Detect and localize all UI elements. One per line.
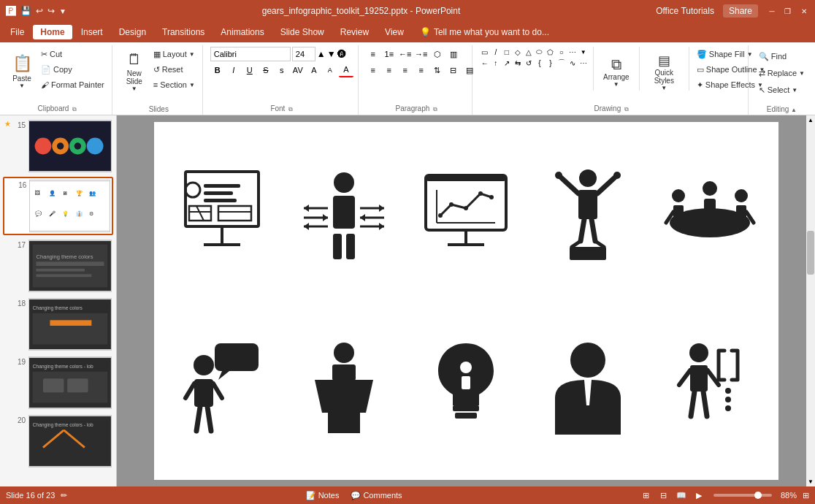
shape-pentagon-icon[interactable]: ⬠ bbox=[546, 47, 556, 57]
slide-sorter-button[interactable]: ⊟ bbox=[658, 489, 670, 501]
smart-art-button[interactable]: ⬡ bbox=[430, 47, 445, 61]
menu-insert[interactable]: Insert bbox=[74, 25, 110, 39]
italic-button[interactable]: I bbox=[226, 63, 241, 77]
select-button[interactable]: ↖ Select ▼ bbox=[756, 82, 801, 98]
fit-button[interactable]: ⊞ bbox=[803, 491, 809, 500]
shape-arr3-icon[interactable]: ↗ bbox=[502, 58, 512, 68]
shape-slash-icon[interactable]: / bbox=[491, 47, 501, 57]
notes-button[interactable]: 📝 Notes bbox=[303, 490, 343, 501]
menu-view[interactable]: View bbox=[378, 25, 411, 39]
shape-custom1-icon[interactable]: ⌒ bbox=[556, 58, 567, 68]
shape-circle-icon[interactable]: ○ bbox=[556, 47, 567, 57]
align-left-button[interactable]: ≡ bbox=[366, 63, 380, 77]
shape-more-icon[interactable]: ⋯ bbox=[567, 47, 578, 57]
arrange-dropdown[interactable]: ▼ bbox=[613, 81, 619, 88]
shape-rect-icon[interactable]: ▭ bbox=[480, 47, 490, 57]
reading-view-button[interactable]: 📖 bbox=[676, 489, 687, 501]
shape-triangle-icon[interactable]: △ bbox=[524, 47, 534, 57]
menu-transitions[interactable]: Transitions bbox=[155, 25, 212, 39]
vertical-scrollbar[interactable]: ▲ ▼ bbox=[806, 115, 815, 486]
business-person-icon[interactable] bbox=[535, 308, 642, 465]
close-button[interactable]: ✕ bbox=[799, 6, 809, 16]
shape-arr1-icon[interactable]: ← bbox=[480, 58, 490, 68]
quick-styles-dropdown[interactable]: ▼ bbox=[661, 85, 667, 91]
scroll-up-button[interactable]: ▲ bbox=[806, 115, 815, 125]
new-slide-button[interactable]: 🗒 New Slide ▼ bbox=[120, 47, 149, 96]
font-expand-icon[interactable]: ⧉ bbox=[288, 106, 293, 112]
bold-button[interactable]: B bbox=[210, 63, 225, 77]
slide-thumb-19[interactable]: 19 Changing theme colors - lob bbox=[3, 355, 113, 411]
quick-redo-icon[interactable]: ↪ bbox=[47, 6, 55, 16]
person-arrows-icon[interactable] bbox=[291, 137, 398, 294]
slide-thumb-20[interactable]: 20 Changing theme colors - lob bbox=[3, 413, 113, 469]
shape-arr4-icon[interactable]: ⇆ bbox=[513, 58, 523, 68]
text-to-smartart-button[interactable]: ▤ bbox=[462, 63, 477, 77]
shadow-button[interactable]: s bbox=[275, 63, 289, 77]
replace-button[interactable]: ⇄ Replace ▼ bbox=[756, 65, 808, 81]
drawing-expand-icon[interactable]: ⧉ bbox=[624, 106, 629, 112]
shape-custom2-icon[interactable]: ∿ bbox=[567, 58, 578, 68]
font-size-input[interactable] bbox=[292, 47, 315, 61]
zoom-thumb[interactable] bbox=[754, 492, 762, 499]
cut-button[interactable]: ✂ Cut bbox=[38, 47, 107, 61]
clipboard-expand-icon[interactable]: ⧉ bbox=[72, 106, 77, 112]
menu-tell-me[interactable]: 💡 Tell me what you want to do... bbox=[413, 25, 556, 39]
clear-format-icon[interactable]: 🅐 bbox=[337, 49, 346, 59]
presentation-board-icon[interactable] bbox=[169, 137, 276, 294]
menu-design[interactable]: Design bbox=[112, 25, 153, 39]
paragraph-expand-icon[interactable]: ⧉ bbox=[433, 106, 437, 112]
paste-button[interactable]: 📋 Paste ▼ bbox=[7, 47, 37, 96]
quick-customize-icon[interactable]: ▼ bbox=[59, 7, 66, 15]
underline-button[interactable]: U bbox=[242, 63, 257, 77]
notes-edit-icon[interactable]: ✏ bbox=[61, 491, 67, 500]
shapes-dropdown-icon[interactable]: ▼ bbox=[578, 47, 589, 57]
layout-dropdown[interactable]: ▼ bbox=[189, 51, 195, 58]
increase-indent-button[interactable]: →≡ bbox=[414, 47, 429, 61]
font-name-input[interactable] bbox=[210, 47, 291, 61]
slide-thumb-17[interactable]: 17 Changing theme colors bbox=[3, 238, 113, 294]
winner-pose-icon[interactable] bbox=[535, 137, 642, 294]
slide-thumb-18[interactable]: 18 Changing theme colors bbox=[3, 297, 113, 352]
new-slide-dropdown[interactable]: ▼ bbox=[131, 85, 137, 92]
idea-bulb-icon[interactable] bbox=[413, 308, 520, 465]
font-color-button[interactable]: A bbox=[339, 63, 353, 77]
align-right-button[interactable]: ≡ bbox=[398, 63, 413, 77]
reset-button[interactable]: ↺ Reset bbox=[150, 62, 198, 77]
office-tutorials-link[interactable]: Office Tutorials bbox=[656, 6, 714, 16]
format-painter-button[interactable]: 🖌 Format Painter bbox=[38, 77, 107, 92]
slideshow-view-button[interactable]: ▶ bbox=[693, 489, 705, 501]
font-size-dec2-button[interactable]: A bbox=[323, 63, 337, 77]
replace-dropdown[interactable]: ▼ bbox=[799, 70, 805, 77]
copy-button[interactable]: 📄 Copy bbox=[38, 62, 107, 77]
monitor-chart-icon[interactable] bbox=[413, 137, 520, 294]
decrease-indent-button[interactable]: ←≡ bbox=[398, 47, 413, 61]
font-size-up-icon[interactable]: ▲ bbox=[317, 49, 326, 59]
scroll-thumb[interactable] bbox=[807, 231, 814, 275]
menu-file[interactable]: File bbox=[3, 25, 31, 39]
find-button[interactable]: 🔍 Find bbox=[756, 48, 789, 64]
quick-save-icon[interactable]: 💾 bbox=[20, 6, 31, 16]
menu-review[interactable]: Review bbox=[333, 25, 376, 39]
shape-bracket-icon[interactable]: { bbox=[535, 58, 545, 68]
person-settings-icon[interactable] bbox=[657, 308, 764, 465]
font-size-inc2-button[interactable]: A bbox=[307, 63, 321, 77]
editing-collapse-icon[interactable]: ▲ bbox=[791, 107, 797, 113]
slide-thumb-16[interactable]: 16 🖼 👤 🖥 🏆 👥 💬 🎤 💡 👔 ⚙ bbox=[3, 177, 113, 235]
align-text-button[interactable]: ⊟ bbox=[446, 63, 461, 77]
restore-button[interactable]: ❐ bbox=[783, 6, 793, 16]
slide-thumb-15[interactable]: ★ 15 bbox=[3, 118, 113, 174]
paste-dropdown[interactable]: ▼ bbox=[19, 83, 25, 89]
shape-rect2-icon[interactable]: □ bbox=[502, 47, 512, 57]
comments-button[interactable]: 💬 Comments bbox=[348, 490, 405, 501]
arrange-button[interactable]: ⧉ Arrange ▼ bbox=[598, 47, 635, 96]
quick-undo-icon[interactable]: ↩ bbox=[36, 6, 43, 16]
numbering-button[interactable]: 1≡ bbox=[382, 47, 397, 61]
align-center-button[interactable]: ≡ bbox=[382, 63, 397, 77]
char-spacing-button[interactable]: AV bbox=[291, 63, 305, 77]
shape-cylinder-icon[interactable]: ⬭ bbox=[535, 47, 545, 57]
menu-slideshow[interactable]: Slide Show bbox=[273, 25, 332, 39]
menu-animations[interactable]: Animations bbox=[213, 25, 271, 39]
meeting-table-icon[interactable] bbox=[657, 137, 764, 294]
bullets-button[interactable]: ≡ bbox=[366, 47, 380, 61]
shape-arr2-icon[interactable]: ↑ bbox=[491, 58, 501, 68]
